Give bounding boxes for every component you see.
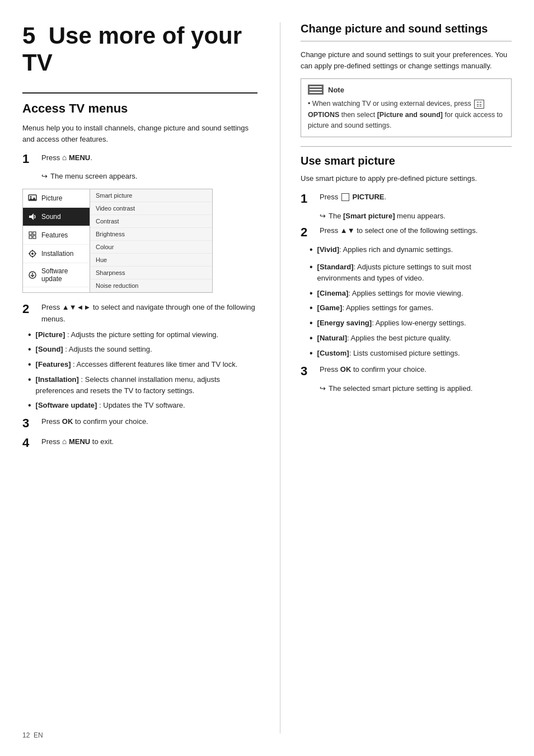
options-icon: ☷: [474, 100, 484, 109]
arrow-sym-r3: ↪: [320, 383, 326, 394]
svg-rect-4: [29, 232, 32, 235]
right-column: Change picture and sound settings Change…: [280, 22, 512, 734]
software-update-icon: [27, 270, 38, 280]
step3-content: Press OK to confirm your choice.: [41, 416, 257, 427]
step1-period: .: [90, 153, 92, 162]
menu-screenshot: Picture Sound Features: [22, 189, 213, 293]
menu-item-features-label: Features: [41, 231, 68, 239]
right-divider2: [301, 146, 512, 147]
left-column: 5 Use more of your TV Access TV menus Me…: [22, 22, 257, 734]
sp-bullet-vivid: • [Vivid]: Applies rich and dynamic sett…: [310, 244, 512, 256]
menu-sub-smart-picture: Smart picture: [90, 189, 212, 202]
menu-sub-sharpness: Sharpness: [90, 267, 212, 279]
sp-bullet-game: • [Game]: Applies settings for games.: [310, 302, 512, 314]
sp-dot1: •: [310, 244, 313, 256]
smart-picture-steps: 1 Press PICTURE. ↪ The [Smart picture] m…: [301, 192, 512, 395]
note-icon: [308, 85, 324, 95]
chapter-num: 5: [22, 22, 35, 49]
bullet-dot4: •: [28, 374, 31, 386]
sp-standard-text: [Standard]: Adjusts picture settings to …: [317, 262, 512, 284]
note-line3: [310, 92, 322, 93]
sound-icon: [27, 212, 38, 222]
bullet-dot1: •: [28, 329, 31, 341]
smart-picture-bullet-list: • [Vivid]: Applies rich and dynamic sett…: [310, 244, 512, 359]
step4-num: 4: [22, 436, 38, 450]
svg-rect-7: [33, 236, 36, 239]
svg-point-9: [31, 253, 34, 255]
menu-bullet-list: • [Picture] : Adjusts the picture settin…: [28, 329, 257, 412]
note-lines: [310, 86, 322, 93]
right-divider1: [301, 41, 512, 41]
step3-num: 3: [22, 416, 38, 431]
menu-sub-hue: Hue: [90, 254, 212, 267]
picture-btn-icon: [341, 193, 349, 201]
right-step1-num: 1: [301, 192, 316, 206]
chapter-title: 5 Use more of your TV: [22, 22, 257, 77]
menu-sub-brightness: Brightness: [90, 228, 212, 241]
right-step1-content: Press PICTURE.: [320, 192, 512, 203]
step2-content: Press ▲▼◄► to select and navigate throug…: [41, 302, 257, 324]
menu-item-software-update-label: Software update: [41, 267, 85, 283]
left-divider: [22, 92, 257, 94]
bullet-dot2: •: [28, 344, 31, 356]
menu-item-installation: Installation: [23, 245, 90, 263]
menu-sub-colour: Colour: [90, 241, 212, 254]
sp-dot6: •: [310, 333, 313, 344]
step4: 4 Press ⌂ MENU to exit.: [22, 436, 257, 450]
right-section1-body: Change picture and sound settings to sui…: [301, 49, 512, 72]
note-box: Note • When watching TV or using externa…: [301, 78, 512, 137]
home-icon2: ⌂: [62, 437, 67, 446]
sp-energy-text: [Energy saving]: Applies low-energy sett…: [317, 318, 466, 329]
step3: 3 Press OK to confirm your choice.: [22, 416, 257, 431]
section1-title: Access TV menus: [22, 101, 257, 116]
sp-vivid-text: [Vivid]: Applies rich and dynamic settin…: [317, 244, 453, 255]
right-step2-num: 2: [301, 225, 316, 240]
sp-dot2: •: [310, 262, 313, 273]
arrow-sym1: ↪: [41, 171, 48, 182]
step1-result-text: The menu screen appears.: [50, 171, 137, 182]
menu-left-panel: Picture Sound Features: [23, 189, 90, 292]
menu-right-panel: Smart picture Video contrast Contrast Br…: [90, 189, 212, 292]
bullet-installation-text: [Installation] : Selects channel install…: [36, 374, 257, 396]
step2: 2 Press ▲▼◄► to select and navigate thro…: [22, 302, 257, 324]
step1: 1 Press ⌂ MENU.: [22, 152, 257, 166]
sp-custom-text: [Custom]: Lists customised picture setti…: [317, 348, 460, 359]
sp-bullet-natural: • [Natural]: Applies the best picture qu…: [310, 333, 512, 344]
right-step2-content: Press ▲▼ to select one of the following …: [320, 225, 512, 236]
bullet-dot5: •: [28, 400, 31, 412]
menu-item-picture: Picture: [23, 189, 90, 208]
sp-bullet-energy: • [Energy saving]: Applies low-energy se…: [310, 318, 512, 329]
menu-sub-noise-reduction: Noise reduction: [90, 279, 212, 292]
right-step3: 3 Press OK to confirm your choice.: [301, 364, 512, 379]
bullet-picture-text: [Picture] : Adjusts the picture setting …: [36, 329, 219, 340]
sp-dot4: •: [310, 302, 313, 314]
bullet-features-text: [Features] : Accesses different features…: [36, 359, 238, 370]
menu-item-sound-label: Sound: [41, 213, 61, 221]
bullet-dot3: •: [28, 359, 31, 371]
note-header: Note: [308, 85, 504, 95]
right-step2: 2 Press ▲▼ to select one of the followin…: [301, 225, 512, 240]
sp-dot3: •: [310, 288, 313, 300]
svg-point-2: [30, 196, 32, 198]
bullet-picture: • [Picture] : Adjusts the picture settin…: [28, 329, 257, 341]
step4-content: Press ⌂ MENU to exit.: [41, 436, 257, 448]
right-step1-result-text: The [Smart picture] menu appears.: [329, 211, 446, 222]
smart-picture-body: Use smart picture to apply pre-defined p…: [301, 173, 512, 184]
sp-bullet-standard: • [Standard]: Adjusts picture settings t…: [310, 262, 512, 284]
sp-game-text: [Game]: Applies settings for games.: [317, 302, 433, 314]
menu-sub-contrast: Contrast: [90, 215, 212, 228]
page-num: 12: [22, 731, 30, 739]
step1-menu-label: MENU: [67, 153, 90, 162]
menu-item-sound: Sound: [23, 208, 90, 226]
svg-marker-3: [29, 213, 34, 220]
sp-dot7: •: [310, 348, 313, 360]
svg-rect-6: [29, 236, 32, 239]
installation-icon: [27, 249, 38, 259]
step2-num: 2: [22, 302, 38, 316]
features-icon: [27, 230, 38, 240]
note-text: • When watching TV or using external dev…: [308, 99, 504, 131]
bullet-installation: • [Installation] : Selects channel insta…: [28, 374, 257, 396]
step1-text-prefix: Press: [41, 153, 62, 162]
sp-natural-text: [Natural]: Applies the best picture qual…: [317, 333, 451, 344]
sp-bullet-custom: • [Custom]: Lists customised picture set…: [310, 348, 512, 360]
